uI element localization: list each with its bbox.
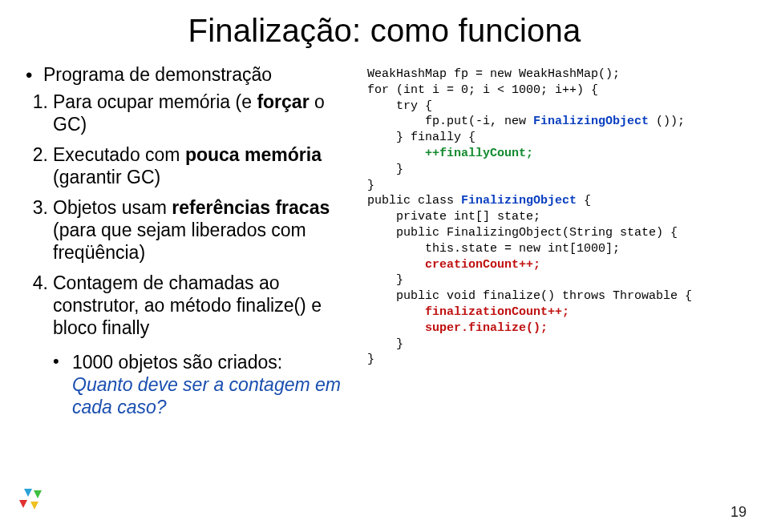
code-line: this.state = new int[1000]; (367, 242, 620, 256)
code-line: ()); (649, 115, 685, 128)
code-class-name: FinalizingObject (461, 194, 577, 208)
code-line: public void finalize() throws Throwable … (367, 289, 692, 303)
page-number: 19 (731, 504, 747, 521)
slide-title: Finalização: como funciona (24, 13, 745, 49)
numbered-list: 1. Para ocupar memória (e forçar o GC) 2… (24, 91, 361, 339)
code-counter: creationCount++; (425, 258, 540, 272)
code-block: WeakHashMap fp = new WeakHashMap(); for … (367, 63, 745, 423)
text: Executado com (53, 144, 185, 165)
code-line (367, 305, 425, 319)
code-call: super.finalize(); (425, 321, 548, 335)
code-line: } (367, 337, 403, 351)
text-bold: referências fracas (172, 197, 330, 218)
text: Objetos usam (53, 197, 172, 218)
code-line: } finally { (367, 131, 476, 144)
sub-bullet: 1000 objetos são criados: Quanto deve se… (24, 351, 361, 418)
logo-icon (16, 486, 51, 521)
code-line: fp.put(-i, new (367, 115, 533, 128)
svg-marker-3 (30, 502, 38, 510)
list-item: 3. Objetos usam referências fracas (para… (53, 196, 361, 264)
list-item: 4. Contagem de chamadas ao construtor, a… (53, 272, 361, 339)
code-line: } (367, 163, 403, 176)
slide: Finalização: como funciona Programa de d… (0, 0, 769, 532)
left-column: Programa de demonstração 1. Para ocupar … (24, 63, 361, 423)
code-line: for (int i = 0; i < 1000; i++) { (367, 83, 598, 97)
code-line: } (367, 353, 374, 366)
item-number: 4. (24, 272, 48, 294)
code-counter: finalizationCount++; (425, 305, 569, 319)
text: (para que sejam liberados com freqüência… (53, 220, 306, 263)
item-number: 3. (24, 196, 48, 219)
svg-marker-1 (34, 490, 42, 498)
text: Contagem de chamadas ao construtor, ao m… (53, 272, 322, 338)
item-number: 2. (24, 143, 48, 166)
sub-line-2-question: Quanto deve ser a contagem em cada caso? (72, 373, 361, 418)
code-line (367, 147, 425, 160)
code-line: WeakHashMap fp = new WeakHashMap(); (367, 67, 620, 81)
code-line: private int[] state; (367, 210, 540, 224)
list-item: 1. Para ocupar memória (e forçar o GC) (53, 91, 361, 135)
bullet-heading: Programa de demonstração (24, 63, 361, 86)
code-line (367, 321, 425, 335)
code-line: try { (367, 99, 432, 113)
code-line (367, 258, 425, 272)
code-class-name: FinalizingObject (533, 115, 649, 128)
text-bold: forçar (257, 91, 309, 112)
svg-marker-2 (19, 500, 27, 508)
text-bold: pouca memória (185, 144, 322, 165)
code-line: } (367, 179, 374, 192)
code-counter: ++finallyCount; (425, 147, 533, 160)
list-item: 2. Executado com pouca memória (garantir… (53, 143, 361, 188)
content-row: Programa de demonstração 1. Para ocupar … (24, 63, 745, 423)
sub-line-1: 1000 objetos são criados: (72, 351, 361, 373)
text: (garantir GC) (53, 167, 160, 187)
text: Para ocupar memória (e (53, 91, 257, 112)
code-line: public FinalizingObject(String state) { (367, 226, 678, 240)
code-line: public class (367, 194, 461, 208)
item-number: 1. (24, 91, 48, 113)
code-line: } (367, 273, 403, 287)
code-line: { (577, 194, 591, 208)
svg-marker-0 (24, 489, 32, 497)
